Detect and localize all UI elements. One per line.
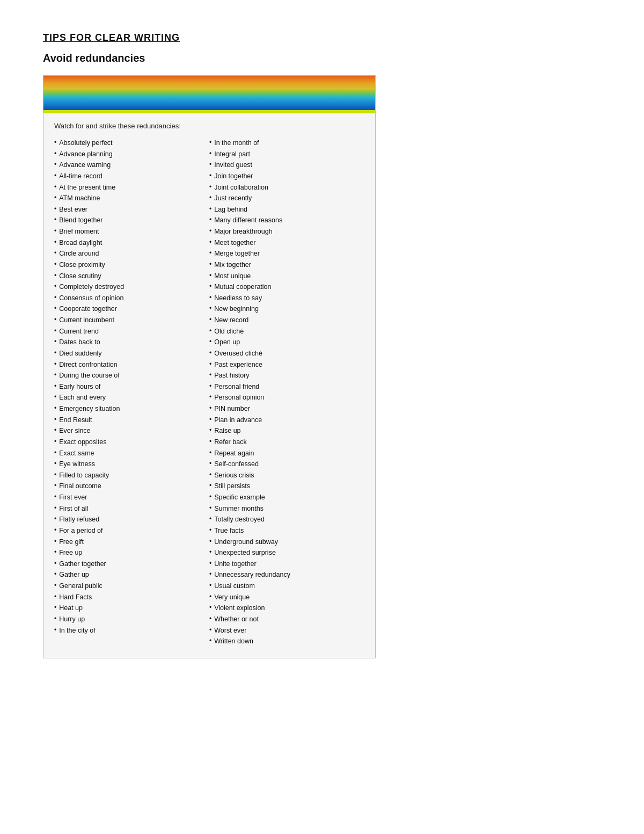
list-item: Serious crisis (209, 470, 364, 481)
list-item: Usual custom (209, 581, 364, 592)
columns: Absolutely perfectAdvance planningAdvanc… (54, 137, 364, 647)
list-item: Filled to capacity (54, 470, 209, 481)
section-title: Avoid redundancies (43, 52, 601, 64)
list-item: All-time record (54, 171, 209, 182)
list-item: Unnecessary redundancy (209, 569, 364, 581)
list-item: Advance planning (54, 149, 209, 160)
list-item: Each and every (54, 392, 209, 403)
list-item: Integral part (209, 149, 364, 160)
list-item: Circle around (54, 248, 209, 259)
page-title: TIPS FOR CLEAR WRITING (43, 32, 601, 43)
list-item: Lag behind (209, 204, 364, 215)
list-item: Personal friend (209, 381, 364, 393)
list-item: Mix together (209, 259, 364, 271)
list-item: Unexpected surprise (209, 547, 364, 559)
list-item: Blend together (54, 215, 209, 226)
list-item: Join together (209, 171, 364, 182)
list-item: Past history (209, 370, 364, 381)
right-column: In the month ofIntegral partInvited gues… (209, 137, 364, 647)
list-item: New record (209, 315, 364, 326)
list-item: Dates back to (54, 337, 209, 348)
list-item: Invited guest (209, 159, 364, 171)
card-header (43, 76, 375, 113)
list-item: Whether or not (209, 614, 364, 625)
list-item: Free up (54, 547, 209, 559)
list-item: Ever since (54, 425, 209, 437)
list-item: Unite together (209, 559, 364, 570)
list-item: Self-confessed (209, 459, 364, 470)
list-item: Eye witness (54, 459, 209, 470)
left-column: Absolutely perfectAdvance planningAdvanc… (54, 137, 209, 647)
list-item: True facts (209, 525, 364, 536)
right-list: In the month ofIntegral partInvited gues… (209, 137, 364, 647)
list-item: Advance warning (54, 159, 209, 171)
left-list: Absolutely perfectAdvance planningAdvanc… (54, 137, 209, 636)
list-item: First of all (54, 503, 209, 514)
list-item: Personal opinion (209, 392, 364, 403)
list-item: Final outcome (54, 481, 209, 492)
list-item: Hard Facts (54, 592, 209, 603)
list-item: Needless to say (209, 293, 364, 304)
list-item: Many different reasons (209, 215, 364, 226)
list-item: Died suddenly (54, 348, 209, 359)
list-item: Joint collaboration (209, 182, 364, 193)
list-item: Brief moment (54, 226, 209, 237)
list-item: Old cliché (209, 326, 364, 337)
card: Watch for and strike these redundancies:… (43, 75, 376, 658)
list-item: Mutual cooperation (209, 281, 364, 293)
list-item: End Result (54, 415, 209, 426)
list-item: Refer back (209, 437, 364, 448)
list-item: Best ever (54, 204, 209, 215)
list-item: PIN number (209, 403, 364, 415)
list-item: Worst ever (209, 625, 364, 636)
list-item: Current incumbent (54, 315, 209, 326)
list-item: Gather together (54, 559, 209, 570)
list-item: ATM machine (54, 193, 209, 204)
list-item: Major breakthrough (209, 226, 364, 237)
list-item: Current trend (54, 326, 209, 337)
list-item: Merge together (209, 248, 364, 259)
list-item: Still persists (209, 481, 364, 492)
list-item: Most unique (209, 271, 364, 282)
list-item: Overused cliché (209, 348, 364, 359)
list-item: Violent explosion (209, 603, 364, 614)
list-item: Meet together (209, 237, 364, 249)
list-item: In the month of (209, 137, 364, 149)
list-item: Written down (209, 636, 364, 647)
list-item: Absolutely perfect (54, 137, 209, 149)
list-item: Close scrutiny (54, 271, 209, 282)
list-item: Specific example (209, 492, 364, 503)
list-item: For a period of (54, 525, 209, 536)
list-item: Hurry up (54, 614, 209, 625)
list-item: Underground subway (209, 536, 364, 548)
list-item: General public (54, 581, 209, 592)
list-item: During the course of (54, 370, 209, 381)
list-item: Direct confrontation (54, 359, 209, 371)
list-item: Emergency situation (54, 403, 209, 415)
list-item: Just recently (209, 193, 364, 204)
list-item: Gather up (54, 569, 209, 581)
list-item: At the present time (54, 182, 209, 193)
list-item: Raise up (209, 425, 364, 437)
list-item: Open up (209, 337, 364, 348)
list-item: Completely destroyed (54, 281, 209, 293)
list-item: Free gift (54, 536, 209, 548)
list-item: Exact same (54, 448, 209, 459)
list-item: Early hours of (54, 381, 209, 393)
list-item: First ever (54, 492, 209, 503)
list-item: Exact opposites (54, 437, 209, 448)
list-item: Plan in advance (209, 415, 364, 426)
list-item: Very unique (209, 592, 364, 603)
list-item: Close proximity (54, 259, 209, 271)
list-item: Broad daylight (54, 237, 209, 249)
list-item: Flatly refused (54, 514, 209, 525)
list-item: In the city of (54, 625, 209, 636)
list-item: Heat up (54, 603, 209, 614)
list-item: Past experience (209, 359, 364, 371)
card-body: Watch for and strike these redundancies:… (43, 113, 375, 658)
list-item: Summer months (209, 503, 364, 514)
list-item: Cooperate together (54, 303, 209, 315)
list-item: New beginning (209, 303, 364, 315)
list-item: Totally destroyed (209, 514, 364, 525)
list-item: Consensus of opinion (54, 293, 209, 304)
